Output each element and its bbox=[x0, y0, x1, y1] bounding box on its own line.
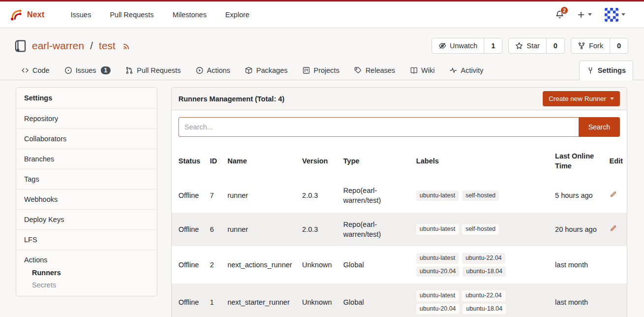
runner-labels: ubuntu-latest ubuntu-22.04 ubuntu-20.04 … bbox=[416, 253, 517, 277]
fork-button[interactable]: Fork bbox=[571, 38, 610, 53]
sidebar-item-lfs[interactable]: LFS bbox=[16, 229, 157, 250]
runners-table: Status ID Name Version Type Labels Last … bbox=[172, 144, 627, 317]
label-chip: ubuntu-20.04 bbox=[416, 304, 460, 315]
tab-label: Activity bbox=[461, 66, 483, 74]
book-icon bbox=[410, 66, 418, 74]
tab-actions[interactable]: Actions bbox=[188, 61, 238, 80]
star-button[interactable]: Star bbox=[509, 38, 546, 53]
settings-sidebar: Settings Repository Collaborators Branch… bbox=[16, 87, 157, 296]
watchers-count[interactable]: 1 bbox=[484, 38, 502, 53]
sidebar-item-collaborators[interactable]: Collaborators bbox=[16, 128, 157, 149]
tools-icon bbox=[586, 66, 594, 74]
table-header-row: Status ID Name Version Type Labels Last … bbox=[172, 144, 627, 179]
tab-label: Settings bbox=[598, 66, 626, 74]
tab-label: Projects bbox=[314, 66, 339, 74]
forgejo-logo-icon bbox=[10, 8, 23, 21]
forks-count[interactable]: 0 bbox=[610, 38, 628, 53]
issue-circle-icon bbox=[64, 66, 72, 74]
label-chip: ubuntu-18.04 bbox=[463, 304, 506, 315]
sidebar-item-deploy-keys[interactable]: Deploy Keys bbox=[16, 209, 157, 229]
repo-name-link[interactable]: test bbox=[99, 40, 116, 52]
col-version: Version bbox=[298, 144, 340, 179]
user-menu[interactable] bbox=[605, 8, 625, 22]
runner-last-online: 5 hours ago bbox=[551, 179, 605, 213]
tab-pull-requests[interactable]: Pull Requests bbox=[118, 61, 188, 80]
runner-id: 2 bbox=[206, 246, 224, 284]
tab-releases[interactable]: Releases bbox=[347, 61, 402, 80]
sidebar-item-webhooks[interactable]: Webhooks bbox=[16, 189, 157, 209]
notification-count-badge: 2 bbox=[560, 6, 568, 14]
edit-runner-button[interactable] bbox=[610, 224, 617, 232]
repository-icon bbox=[14, 39, 27, 53]
rss-feed-icon[interactable] bbox=[122, 42, 131, 50]
tab-code[interactable]: Code bbox=[14, 61, 57, 80]
runner-name: runner bbox=[224, 213, 298, 247]
label-chip: ubuntu-18.04 bbox=[463, 266, 506, 277]
tab-settings[interactable]: Settings bbox=[579, 61, 633, 80]
create-runner-button[interactable]: Create new Runner bbox=[543, 91, 620, 106]
runner-search-button[interactable]: Search bbox=[579, 117, 620, 137]
runner-status: Offline bbox=[172, 246, 206, 284]
sidebar-item-branches[interactable]: Branches bbox=[16, 149, 157, 169]
sidebar-item-runners[interactable]: Runners bbox=[32, 269, 149, 277]
tab-label: Releases bbox=[365, 66, 395, 74]
runner-search-area: Search bbox=[172, 110, 627, 144]
runner-id: 6 bbox=[206, 213, 224, 247]
tab-wiki[interactable]: Wiki bbox=[403, 61, 442, 80]
label-chip: ubuntu-latest bbox=[416, 290, 459, 301]
col-type: Type bbox=[339, 144, 412, 179]
fork-button-group: Fork 0 bbox=[571, 38, 628, 54]
runner-type: Repo(earl-warren/test) bbox=[339, 179, 412, 213]
pull-request-icon bbox=[125, 66, 133, 74]
sidebar-item-repository[interactable]: Repository bbox=[16, 108, 157, 128]
edit-runner-button[interactable] bbox=[610, 190, 617, 198]
package-cube-icon bbox=[245, 66, 253, 74]
repo-title: earl-warren / test bbox=[14, 39, 131, 53]
nav-explore[interactable]: Explore bbox=[216, 6, 259, 24]
tab-issues[interactable]: Issues 1 bbox=[57, 61, 118, 80]
runner-row: Offline 2 next_actions_runner Unknown Gl… bbox=[172, 246, 627, 284]
sidebar-header: Settings bbox=[16, 88, 157, 108]
create-new-menu[interactable] bbox=[577, 11, 592, 19]
label-chip: self-hosted bbox=[462, 224, 499, 235]
runner-search-input[interactable] bbox=[178, 117, 579, 137]
brand-name[interactable]: Next bbox=[27, 10, 44, 19]
runner-labels: ubuntu-latest self-hosted bbox=[416, 224, 517, 235]
stars-count[interactable]: 0 bbox=[546, 38, 564, 53]
nav-issues[interactable]: Issues bbox=[61, 6, 100, 24]
runner-type: Global bbox=[339, 284, 412, 317]
repo-header: earl-warren / test Unwatch bbox=[0, 28, 644, 59]
main-nav: Issues Pull Requests Milestones Explore bbox=[61, 6, 259, 24]
forgejo-home-link[interactable]: Next bbox=[10, 8, 44, 21]
create-runner-label: Create new Runner bbox=[549, 95, 606, 102]
sidebar-item-tags[interactable]: Tags bbox=[16, 169, 157, 189]
runner-row: Offline 6 runner 2.0.3 Repo(earl-warren/… bbox=[172, 213, 627, 247]
label-chip: self-hosted bbox=[462, 190, 499, 201]
runner-edit-cell bbox=[606, 284, 627, 317]
tab-label: Wiki bbox=[421, 66, 435, 74]
runner-status: Offline bbox=[172, 213, 206, 247]
runner-name: next_actions_runner bbox=[224, 246, 298, 284]
tab-projects[interactable]: Projects bbox=[295, 61, 347, 80]
nav-pull-requests[interactable]: Pull Requests bbox=[100, 6, 163, 24]
settings-content: Settings Repository Collaborators Branch… bbox=[0, 80, 644, 317]
runner-name: runner bbox=[224, 179, 298, 213]
unwatch-button[interactable]: Unwatch bbox=[432, 38, 484, 53]
tab-packages[interactable]: Packages bbox=[237, 61, 295, 80]
actions-sub-menu: Runners Secrets bbox=[24, 269, 149, 289]
code-icon bbox=[21, 66, 29, 74]
repo-owner-link[interactable]: earl-warren bbox=[32, 40, 84, 52]
notifications-button[interactable]: 2 bbox=[555, 10, 564, 19]
runner-status: Offline bbox=[172, 284, 206, 317]
sidebar-item-secrets[interactable]: Secrets bbox=[32, 281, 149, 289]
runner-last-online: last month bbox=[551, 284, 605, 317]
runner-name: next_starter_runner bbox=[224, 284, 298, 317]
play-circle-icon bbox=[196, 66, 204, 74]
tab-label: Code bbox=[32, 66, 50, 74]
runner-last-online: last month bbox=[551, 246, 605, 284]
nav-milestones[interactable]: Milestones bbox=[163, 6, 216, 24]
caret-down-icon bbox=[621, 13, 625, 16]
sidebar-item-actions[interactable]: Actions bbox=[24, 256, 149, 264]
tab-activity[interactable]: Activity bbox=[442, 61, 491, 80]
runner-row: Offline 7 runner 2.0.3 Repo(earl-warren/… bbox=[172, 179, 627, 213]
